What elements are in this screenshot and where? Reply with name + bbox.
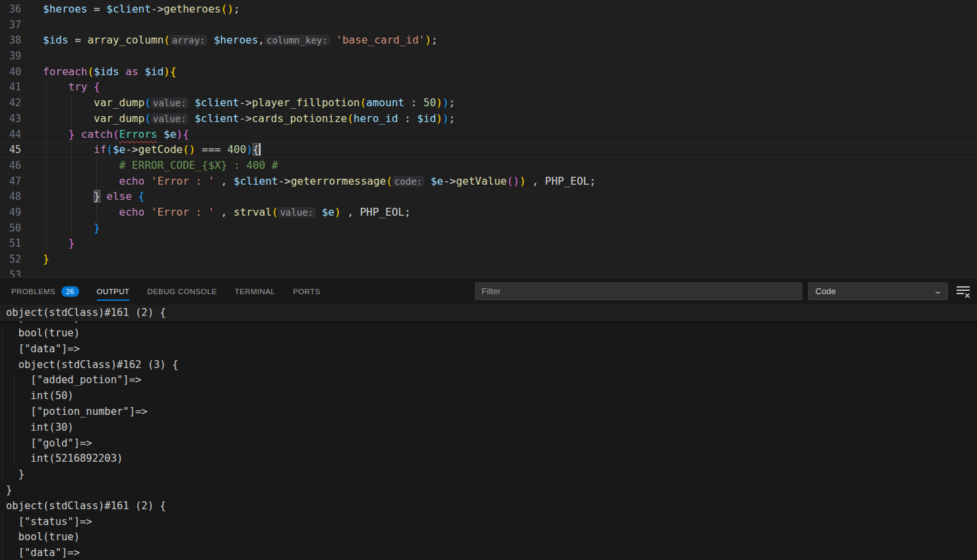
tab-terminal-label: TERMINAL — [235, 288, 275, 296]
code-line: 36$heroes = $client->getheroes(); — [0, 1, 977, 17]
clipped-output-line: ["status"]=> — [0, 321, 977, 326]
output-line: bool(true) — [0, 326, 977, 342]
output-line: } — [0, 467, 977, 483]
code-line: 38$ids = array_column(array: $heroes,col… — [0, 32, 977, 48]
tab-terminal[interactable]: TERMINAL — [235, 278, 275, 305]
panel-tab-bar: PROBLEMS 26 OUTPUT DEBUG CONSOLE TERMINA… — [0, 278, 977, 305]
code-line: 53 — [0, 267, 977, 277]
tab-output[interactable]: OUTPUT — [97, 278, 130, 305]
clear-output-icon[interactable]: ✕ — [956, 284, 970, 299]
code-line: 39 — [0, 48, 977, 64]
code-line: 48 } else { — [0, 189, 977, 204]
output-line: ["added_potion"]=> — [0, 373, 977, 389]
panel-controls: Code ⌄ ✕ — [475, 282, 970, 300]
bottom-panel: PROBLEMS 26 OUTPUT DEBUG CONSOLE TERMINA… — [0, 277, 977, 560]
code-line: 46 # ERROR_CODE_{$X} : 400 # — [0, 158, 977, 173]
code-line: 44 } catch(Errors $e){ — [0, 127, 977, 142]
code-line: 51 } — [0, 235, 977, 251]
tab-problems[interactable]: PROBLEMS 26 — [11, 278, 79, 305]
code-lines: 36$heroes = $client->getheroes();3738$id… — [0, 1, 977, 277]
code-line: 45 if($e->getCode() === 400){ — [0, 142, 977, 158]
code-line: 41 try { — [0, 79, 977, 95]
code-editor[interactable]: 36$heroes = $client->getheroes();3738$id… — [0, 0, 977, 277]
tab-output-label: OUTPUT — [97, 288, 130, 296]
tab-debug-console-label: DEBUG CONSOLE — [147, 288, 217, 296]
output-line: ["data"]=> — [0, 545, 977, 560]
sticky-scroll-line: object(stdClass)#161 (2) { — [0, 305, 977, 321]
output-line: int(50) — [0, 389, 977, 404]
output-line: int(5216892203) — [0, 451, 977, 467]
output-line: ["status"]=> — [0, 514, 977, 530]
output-line: object(stdClass)#162 (3) { — [0, 358, 977, 373]
code-line: 40foreach($ids as $id){ — [0, 64, 977, 80]
vscode-window: 36$heroes = $client->getheroes();3738$id… — [0, 0, 977, 560]
tab-debug-console[interactable]: DEBUG CONSOLE — [147, 278, 217, 305]
output-channel-select[interactable]: Code ⌄ — [808, 282, 948, 300]
output-line: ["data"]=> — [0, 342, 977, 358]
output-line: int(30) — [0, 420, 977, 436]
tab-ports[interactable]: PORTS — [293, 278, 320, 305]
code-line: 42 var_dump(value: $client->player_fillp… — [0, 95, 977, 111]
code-line: 37 — [0, 17, 977, 33]
chevron-down-icon: ⌄ — [933, 287, 942, 296]
tab-ports-label: PORTS — [293, 288, 320, 296]
output-line: bool(true) — [0, 530, 977, 545]
output-lines: bool(true) ["data"]=> object(stdClass)#1… — [0, 326, 977, 560]
output-panel[interactable]: object(stdClass)#161 (2) { ["status"]=> … — [0, 305, 977, 560]
output-channel-value: Code — [815, 286, 836, 296]
output-line: ["potion_number"]=> — [0, 404, 977, 420]
code-line: 49 echo 'Error : ' , strval(value: $e) ,… — [0, 204, 977, 220]
output-line: ["gold"]=> — [0, 436, 977, 452]
output-line: } — [0, 483, 977, 499]
code-line: 52} — [0, 251, 977, 267]
output-filter-input[interactable] — [475, 282, 802, 300]
code-line: 47 echo 'Error : ' , $client->geterrorme… — [0, 173, 977, 189]
tab-problems-label: PROBLEMS — [11, 288, 55, 296]
problems-count-badge: 26 — [61, 286, 79, 297]
code-line: 50 } — [0, 220, 977, 236]
output-line: object(stdClass)#161 (2) { — [0, 499, 977, 514]
code-line: 43 var_dump(value: $client->cards_potion… — [0, 111, 977, 127]
